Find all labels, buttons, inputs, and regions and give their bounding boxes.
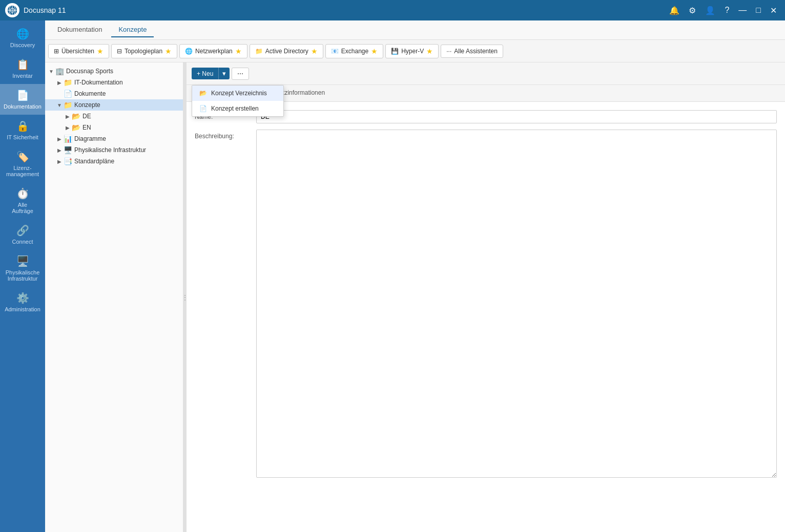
sidebar-item-connect[interactable]: 🔗 Connect bbox=[0, 219, 45, 250]
toolbar-btn-topologieplan[interactable]: ⊟ Topologieplan ★ bbox=[111, 44, 177, 58]
app-logo bbox=[5, 3, 19, 17]
sidebar-item-dokumentation[interactable]: 📄 Dokumentation bbox=[0, 84, 45, 115]
dokumente-icon: 📄 bbox=[64, 90, 72, 98]
toolbar-btn-hyper-v[interactable]: 💾 Hyper-V ★ bbox=[385, 44, 439, 58]
tree-item-en[interactable]: ▶ 📂 EN bbox=[45, 122, 183, 133]
toggle-konzepte[interactable]: ▼ bbox=[55, 102, 64, 108]
en-icon: 📂 bbox=[72, 123, 80, 132]
sidebar-item-discovery[interactable]: 🌐 Discovery bbox=[0, 23, 45, 53]
konzept-verzeichnis-icon: 📂 bbox=[199, 90, 207, 97]
diagramme-icon: 📊 bbox=[64, 135, 72, 143]
sidebar-item-lizenzmanagement[interactable]: 🏷️ Lizenz- management bbox=[0, 145, 45, 182]
toggle-it-dokumentation[interactable]: ▶ bbox=[55, 80, 64, 86]
tree-panel: ▼ 🏢 Docusnap Sports ▶ 📁 IT-Dokumentation… bbox=[45, 62, 183, 532]
sidebar-item-label-it-sicherheit: IT Sicherheit bbox=[7, 134, 38, 140]
user-icon[interactable]: 👤 bbox=[702, 5, 718, 16]
lizenzmanagement-icon: 🏷️ bbox=[16, 151, 29, 163]
star-topologieplan[interactable]: ★ bbox=[165, 47, 172, 55]
star-netzwerkplan[interactable]: ★ bbox=[235, 47, 242, 55]
sidebar-item-administration[interactable]: ⚙️ Administration bbox=[0, 287, 45, 317]
neu-dropdown-button[interactable]: ▾ bbox=[218, 68, 230, 79]
tree-item-dokumente[interactable]: ▶ 📄 Dokumente bbox=[45, 88, 183, 99]
toggle-physikalische-infrastruktur[interactable]: ▶ bbox=[55, 147, 64, 153]
toggle-de[interactable]: ▶ bbox=[64, 114, 72, 119]
inventar-icon: 📋 bbox=[16, 58, 29, 71]
dropdown-item-konzept-erstellen[interactable]: 📄 Konzept erstellen bbox=[192, 101, 283, 116]
tab-konzepte[interactable]: Konzepte bbox=[111, 23, 154, 37]
discovery-icon: 🌐 bbox=[16, 28, 29, 40]
standardplaene-icon: 📑 bbox=[64, 157, 72, 165]
it-sicherheit-icon: 🔒 bbox=[16, 120, 29, 132]
neu-button[interactable]: + Neu bbox=[192, 68, 218, 79]
app-body: 🌐 Discovery 📋 Inventar 📄 Dokumentation 🔒… bbox=[0, 20, 785, 532]
netzwerkplan-icon: 🌐 bbox=[185, 48, 193, 55]
toolbar-btn-uebersichten[interactable]: ⊞ Übersichten ★ bbox=[48, 44, 109, 58]
sidebar-item-inventar[interactable]: 📋 Inventar bbox=[0, 53, 45, 84]
minimize-button[interactable]: — bbox=[735, 5, 750, 16]
app-title: Docusnap 11 bbox=[24, 6, 662, 14]
sidebar-item-label-dokumentation: Dokumentation bbox=[4, 103, 42, 110]
question-icon[interactable]: ? bbox=[721, 5, 732, 16]
uebersichten-icon: ⊞ bbox=[54, 48, 59, 55]
close-button[interactable]: ✕ bbox=[767, 5, 780, 16]
sidebar-item-alle-auftraege[interactable]: ⏱️ Alle Aufträge bbox=[0, 182, 45, 219]
more-options-button[interactable]: ⋯ bbox=[232, 68, 249, 80]
star-active-directory[interactable]: ★ bbox=[311, 47, 318, 55]
konzept-erstellen-icon: 📄 bbox=[199, 105, 207, 112]
neu-button-group: + Neu ▾ bbox=[192, 68, 230, 79]
toggle-docusnap-sports[interactable]: ▼ bbox=[47, 69, 55, 74]
physikalische-infrastruktur-icon: 🖥️ bbox=[16, 255, 29, 267]
star-hyper-v[interactable]: ★ bbox=[426, 47, 433, 55]
sidebar-item-label-discovery: Discovery bbox=[10, 42, 35, 48]
hyper-v-icon: 💾 bbox=[391, 48, 399, 55]
beschreibung-textarea[interactable] bbox=[256, 130, 777, 478]
detail-toolbar: + Neu ▾ ⋯ 📂 Konzept Verzeichnis 📄 Konzep… bbox=[187, 62, 785, 85]
sidebar-item-label-alle-auftraege: Alle Aufträge bbox=[12, 202, 33, 214]
tree-item-de[interactable]: ▶ 📂 DE bbox=[45, 111, 183, 122]
toolbar-btn-exchange[interactable]: 📧 Exchange ★ bbox=[325, 44, 383, 58]
main-pane: ▼ 🏢 Docusnap Sports ▶ 📁 IT-Dokumentation… bbox=[45, 62, 785, 532]
sidebar-item-physikalische-infrastruktur[interactable]: 🖥️ Physikalische Infrastruktur bbox=[0, 250, 45, 287]
exchange-icon: 📧 bbox=[331, 48, 339, 55]
top-nav: Dokumentation Konzepte bbox=[45, 20, 785, 40]
beschreibung-field-row: Beschreibung: bbox=[195, 130, 777, 478]
toggle-diagramme[interactable]: ▶ bbox=[55, 136, 64, 142]
connect-icon: 🔗 bbox=[16, 224, 29, 237]
konzepte-icon: 📁 bbox=[64, 101, 72, 109]
star-uebersichten[interactable]: ★ bbox=[97, 47, 104, 55]
toggle-standardplaene[interactable]: ▶ bbox=[55, 159, 64, 164]
sidebar: 🌐 Discovery 📋 Inventar 📄 Dokumentation 🔒… bbox=[0, 20, 45, 532]
sidebar-item-label-connect: Connect bbox=[12, 239, 33, 245]
toolbar-btn-netzwerkplan[interactable]: 🌐 Netzwerkplan ★ bbox=[179, 44, 247, 58]
toolbar-btn-active-directory[interactable]: 📁 Active Directory ★ bbox=[250, 44, 323, 58]
content-area: Dokumentation Konzepte ⊞ Übersichten ★ ⊟… bbox=[45, 20, 785, 532]
alle-auftraege-icon: ⏱️ bbox=[16, 187, 29, 200]
tree-item-docusnap-sports[interactable]: ▼ 🏢 Docusnap Sports bbox=[45, 66, 183, 77]
tree-item-it-dokumentation[interactable]: ▶ 📁 IT-Dokumentation bbox=[45, 77, 183, 88]
star-exchange[interactable]: ★ bbox=[371, 47, 378, 55]
sidebar-item-label-physikalische-infrastruktur: Physikalische Infrastruktur bbox=[6, 269, 40, 282]
tree-item-konzepte[interactable]: ▼ 📁 Konzepte bbox=[45, 99, 183, 111]
maximize-button[interactable]: □ bbox=[753, 5, 764, 16]
topologieplan-icon: ⊟ bbox=[117, 48, 122, 55]
dropdown-menu: 📂 Konzept Verzeichnis 📄 Konzept erstelle… bbox=[192, 85, 284, 117]
dropdown-item-konzept-verzeichnis[interactable]: 📂 Konzept Verzeichnis bbox=[192, 86, 283, 101]
administration-icon: ⚙️ bbox=[16, 292, 29, 304]
tree-item-diagramme[interactable]: ▶ 📊 Diagramme bbox=[45, 133, 183, 144]
help-circle-icon[interactable]: 🔔 bbox=[666, 5, 683, 16]
name-input[interactable] bbox=[256, 110, 777, 123]
tree-item-physikalische-infrastruktur[interactable]: ▶ 🖥️ Physikalische Infrastruktur bbox=[45, 144, 183, 156]
tree-item-standardplaene[interactable]: ▶ 📑 Standardpläne bbox=[45, 156, 183, 167]
de-icon: 📂 bbox=[72, 112, 80, 120]
toggle-en[interactable]: ▶ bbox=[64, 125, 72, 131]
detail-panel: + Neu ▾ ⋯ 📂 Konzept Verzeichnis 📄 Konzep… bbox=[187, 62, 785, 532]
sidebar-item-it-sicherheit[interactable]: 🔒 IT Sicherheit bbox=[0, 115, 45, 145]
main-toolbar: ⊞ Übersichten ★ ⊟ Topologieplan ★ 🌐 Netz… bbox=[45, 40, 785, 62]
alle-assistenten-icon: ··· bbox=[446, 48, 451, 55]
dokumentation-icon: 📄 bbox=[16, 89, 29, 101]
settings-icon[interactable]: ⚙ bbox=[686, 5, 699, 16]
toolbar-btn-alle-assistenten[interactable]: ··· Alle Assistenten bbox=[441, 45, 503, 58]
physikalische-infrastruktur-tree-icon: 🖥️ bbox=[64, 146, 72, 154]
tab-dokumentation[interactable]: Dokumentation bbox=[50, 23, 109, 37]
beschreibung-label: Beschreibung: bbox=[195, 130, 256, 140]
